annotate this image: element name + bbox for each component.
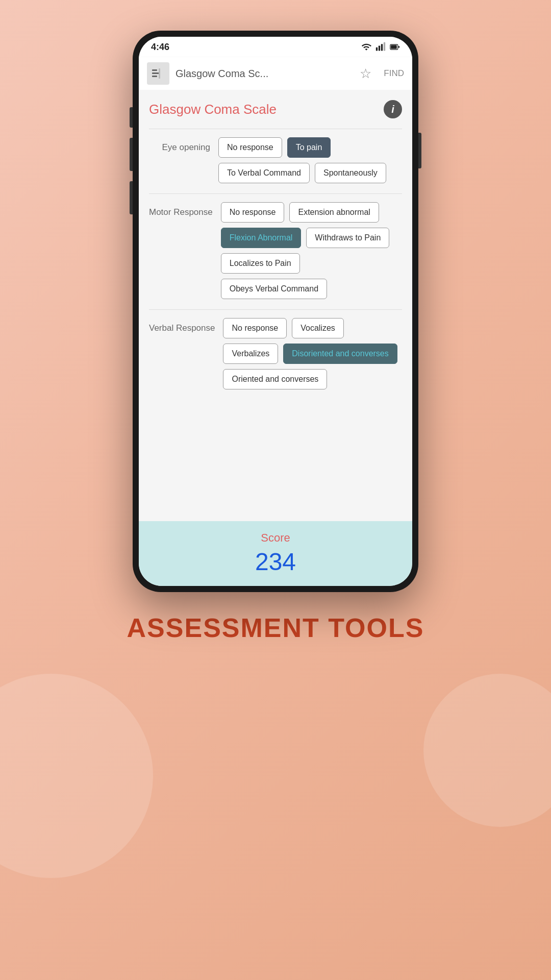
score-label: Score	[149, 531, 402, 545]
svg-rect-3	[384, 42, 385, 51]
svg-rect-1	[379, 46, 380, 51]
wifi-icon	[361, 42, 371, 52]
menu-icon	[151, 66, 165, 81]
verbal-response-buttons: No response Vocalizes Verbalizes Disorie…	[223, 318, 402, 389]
verbal-oriented[interactable]: Oriented and converses	[223, 369, 327, 389]
svg-rect-5	[391, 45, 397, 49]
svg-rect-8	[152, 72, 159, 74]
svg-rect-9	[152, 76, 157, 77]
phone-frame: 4:46	[133, 31, 418, 592]
find-button[interactable]: FIND	[384, 68, 404, 79]
verbal-response-label: Verbal Response	[149, 318, 215, 334]
assessment-banner: ASSESSMENT TOOLS	[127, 612, 424, 643]
motor-no-response[interactable]: No response	[221, 202, 285, 223]
page-title: Glasgow Coma Scale	[149, 102, 277, 117]
score-value: 234	[149, 548, 402, 576]
eye-spontaneously[interactable]: Spontaneously	[315, 163, 386, 183]
status-time: 4:46	[151, 42, 169, 53]
verbal-vocalizes[interactable]: Vocalizes	[292, 318, 344, 338]
eye-no-response[interactable]: No response	[218, 137, 282, 158]
assessment-title: ASSESSMENT TOOLS	[127, 613, 424, 643]
content-area: Glasgow Coma Scale i Eye opening No resp…	[139, 90, 412, 521]
app-icon[interactable]	[147, 62, 169, 85]
svg-rect-10	[159, 68, 160, 79]
verbal-no-response[interactable]: No response	[223, 318, 287, 338]
page-title-row: Glasgow Coma Scale i	[149, 100, 402, 118]
motor-response-buttons: No response Extension abnormal Flexion A…	[221, 202, 402, 299]
info-button[interactable]: i	[384, 100, 402, 118]
motor-extension-abnormal[interactable]: Extension abnormal	[289, 202, 379, 223]
score-bar: Score 234	[139, 521, 412, 586]
motor-flexion-abnormal[interactable]: Flexion Abnormal	[221, 228, 302, 248]
motor-response-section: Motor Response No response Extension abn…	[149, 193, 402, 309]
status-bar: 4:46	[139, 37, 412, 57]
eye-opening-buttons: No response To pain To Verbal Command Sp…	[218, 137, 402, 183]
svg-rect-2	[381, 44, 383, 51]
phone-screen: 4:46	[139, 37, 412, 586]
verbal-disoriented[interactable]: Disoriented and converses	[283, 344, 397, 364]
status-icons	[361, 42, 400, 52]
svg-rect-7	[152, 69, 157, 71]
app-bar-title: Glasgow Coma Sc...	[176, 68, 354, 80]
motor-obeys[interactable]: Obeys Verbal Command	[221, 279, 327, 299]
motor-localizes[interactable]: Localizes to Pain	[221, 253, 300, 274]
signal-icon	[375, 42, 386, 52]
battery-icon	[390, 42, 400, 52]
svg-rect-6	[398, 46, 400, 47]
motor-withdraws[interactable]: Withdraws to Pain	[306, 228, 389, 248]
verbal-response-section: Verbal Response No response Vocalizes Ve…	[149, 309, 402, 400]
favorite-button[interactable]: ☆	[360, 66, 371, 82]
svg-rect-0	[376, 47, 378, 51]
eye-opening-section: Eye opening No response To pain To Verba…	[149, 129, 402, 193]
app-bar: Glasgow Coma Sc... ☆ FIND	[139, 57, 412, 90]
eye-to-verbal[interactable]: To Verbal Command	[218, 163, 310, 183]
motor-response-label: Motor Response	[149, 202, 213, 218]
eye-opening-label: Eye opening	[149, 137, 210, 154]
eye-to-pain[interactable]: To pain	[287, 137, 331, 158]
verbal-verbalizes[interactable]: Verbalizes	[223, 344, 278, 364]
